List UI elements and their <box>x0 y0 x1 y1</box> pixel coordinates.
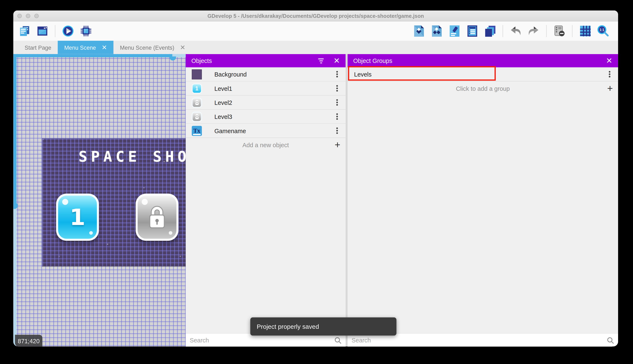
object-groups-panel: Object Groups ✕ Levels Click to add a gr… <box>348 54 618 346</box>
tab-menu-scene-events[interactable]: Menu Scene (Events) ✕ <box>114 41 192 54</box>
level1-thumbnail-icon: 1 <box>192 83 202 93</box>
object-menu-icon[interactable] <box>336 74 338 75</box>
toolbar-separator <box>572 25 572 37</box>
window-title: GDevelop 5 - /Users/dkarakay/Documents/G… <box>13 13 618 19</box>
object-row-gamename[interactable]: Tx Gamename <box>186 124 346 138</box>
objects-panel: Objects ✕ Background 1 Level1 <box>186 54 346 346</box>
object-row-level3[interactable]: Level3 <box>186 110 346 124</box>
object-menu-icon[interactable] <box>336 88 338 89</box>
object-groups-panel-icon[interactable] <box>430 25 443 37</box>
object-menu-icon[interactable] <box>336 130 338 132</box>
object-groups-panel-header: Object Groups ✕ <box>348 54 618 67</box>
text-object-thumbnail-icon: Tx <box>192 126 202 136</box>
scene-window-icon[interactable] <box>36 25 49 37</box>
object-row-level2[interactable]: Level2 <box>186 96 346 110</box>
layers-panel-icon[interactable] <box>484 25 496 37</box>
scene-title-object[interactable]: SPACE SHOOTER <box>42 148 186 165</box>
level1-button-object[interactable]: 1 <box>56 194 99 241</box>
toolbar-right-group: 1:1 <box>413 25 609 37</box>
level3-locked-thumbnail-icon <box>192 112 202 122</box>
gdevelop-window: GDevelop 5 - /Users/dkarakay/Documents/G… <box>13 10 618 346</box>
object-menu-icon[interactable] <box>336 116 338 118</box>
properties-panel-icon[interactable] <box>448 25 461 37</box>
cursor-coordinates-badge: 871;420 <box>15 335 42 346</box>
main-toolbar: 1:1 <box>13 22 618 41</box>
scene-background-object[interactable]: SPACE SHOOTER 1 <box>42 139 186 266</box>
window-mask-icon[interactable] <box>553 25 566 37</box>
gloss-highlight <box>89 231 93 235</box>
group-menu-icon[interactable] <box>609 74 610 75</box>
padlock-icon <box>148 205 166 229</box>
scene-editor-canvas[interactable]: SPACE SHOOTER 1 <box>13 54 186 346</box>
zoom-1-1-icon[interactable]: 1:1 <box>597 25 609 37</box>
add-group-row[interactable]: Click to add a group + <box>348 82 618 95</box>
titlebar: GDevelop 5 - /Users/dkarakay/Documents/G… <box>13 10 618 22</box>
undo-icon[interactable] <box>509 25 522 37</box>
close-tab-icon[interactable]: ✕ <box>180 44 185 51</box>
main-content: SPACE SHOOTER 1 <box>13 54 618 346</box>
groups-search-input[interactable] <box>348 337 618 344</box>
vertical-scroll-indicator[interactable] <box>13 54 16 346</box>
vertical-scroll-thumb[interactable] <box>13 202 18 209</box>
instances-list-icon[interactable] <box>466 25 479 37</box>
level2-button-object[interactable] <box>136 194 178 241</box>
redo-icon[interactable] <box>527 25 540 37</box>
level2-locked-thumbnail-icon <box>192 98 202 108</box>
tab-label: Start Page <box>25 44 51 51</box>
add-object-row[interactable]: Add a new object + <box>186 138 346 152</box>
search-icon <box>607 336 614 344</box>
object-row-level1[interactable]: 1 Level1 <box>186 82 346 96</box>
close-panel-icon[interactable]: ✕ <box>606 57 612 64</box>
tab-label: Menu Scene <box>64 44 96 51</box>
play-preview-icon[interactable] <box>62 25 74 37</box>
plus-icon: + <box>335 139 341 150</box>
toolbar-separator <box>546 25 546 37</box>
object-row-background[interactable]: Background <box>186 67 346 81</box>
grid-icon[interactable] <box>579 25 591 37</box>
objects-list: Background 1 Level1 <box>186 67 346 333</box>
toolbar-left-group <box>18 25 92 37</box>
toolbar-separator <box>503 25 503 37</box>
screen: GDevelop 5 - /Users/dkarakay/Documents/G… <box>0 0 633 364</box>
close-tab-icon[interactable]: ✕ <box>102 44 107 51</box>
tab-bar: Start Page Menu Scene ✕ Menu Scene (Even… <box>13 41 618 54</box>
gloss-highlight <box>62 199 68 205</box>
gloss-highlight <box>169 231 172 235</box>
objects-panel-title: Objects <box>191 57 212 64</box>
toolbar-separator <box>55 25 55 37</box>
background-thumbnail-icon <box>192 69 202 79</box>
save-toast: Project properly saved <box>250 318 397 336</box>
project-manager-icon[interactable] <box>18 25 31 37</box>
level-number: 1 <box>70 204 85 230</box>
filter-icon[interactable] <box>317 58 325 63</box>
objects-panel-icon[interactable] <box>413 25 425 37</box>
objects-search-input[interactable] <box>186 337 346 344</box>
object-groups-panel-title: Object Groups <box>353 57 392 64</box>
object-groups-list: Levels Click to add a group + <box>348 67 618 333</box>
group-row-levels[interactable]: Levels <box>348 67 618 81</box>
objects-panel-header: Objects ✕ <box>186 54 346 67</box>
close-panel-icon[interactable]: ✕ <box>334 57 340 64</box>
svg-text:1:1: 1:1 <box>599 28 604 32</box>
horizontal-scroll-thumb[interactable] <box>170 56 176 60</box>
object-menu-icon[interactable] <box>336 102 338 103</box>
panel-divider[interactable] <box>346 54 348 346</box>
horizontal-scroll-indicator[interactable] <box>13 54 186 57</box>
tab-start-page[interactable]: Start Page <box>18 41 58 54</box>
tab-label: Menu Scene (Events) <box>120 44 174 51</box>
tab-menu-scene[interactable]: Menu Scene ✕ <box>58 41 113 54</box>
search-icon <box>334 336 342 344</box>
gloss-highlight <box>142 199 148 205</box>
scene-stars-decoration <box>42 139 44 140</box>
plus-icon: + <box>607 82 613 94</box>
debug-icon[interactable] <box>80 25 92 37</box>
